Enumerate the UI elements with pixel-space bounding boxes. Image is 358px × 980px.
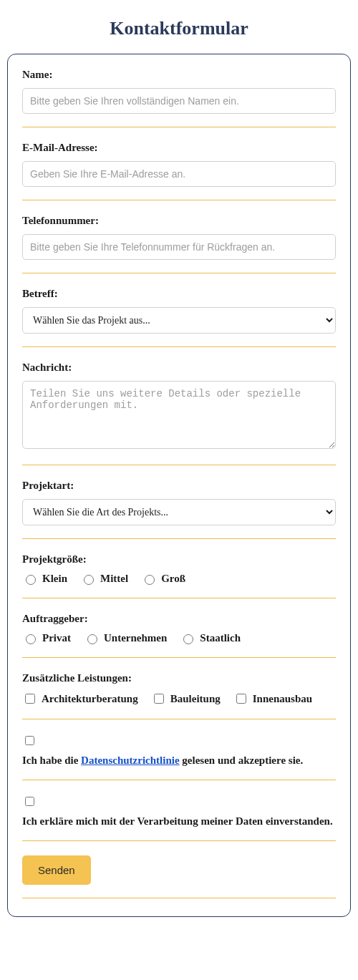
client-option-unternehmen[interactable]: Unternehmen <box>84 632 167 644</box>
service-beratung-text: Architekturberatung <box>42 693 138 705</box>
size-option-gross[interactable]: Groß <box>141 573 185 585</box>
client-unternehmen-text: Unternehmen <box>104 632 167 644</box>
client-staatlich-text: Staatlich <box>200 632 241 644</box>
consent-label: Ich erkläre mich mit der Verarbeitung me… <box>22 815 333 827</box>
client-option-staatlich[interactable]: Staatlich <box>180 632 241 644</box>
field-phone: Telefonnummer: <box>22 215 336 273</box>
services-label: Zusätzliche Leistungen: <box>22 672 336 684</box>
size-gross-text: Groß <box>161 573 185 585</box>
subject-label: Betreff: <box>22 288 336 300</box>
field-name: Name: <box>22 69 336 127</box>
service-option-bauleitung[interactable]: Bauleitung <box>151 692 221 706</box>
email-label: E-Mail-Adresse: <box>22 142 336 154</box>
radio-gross[interactable] <box>145 575 155 585</box>
size-klein-text: Klein <box>42 573 67 585</box>
consent-checkbox[interactable] <box>25 797 34 806</box>
size-option-klein[interactable]: Klein <box>22 573 67 585</box>
size-option-mittel[interactable]: Mittel <box>80 573 128 585</box>
message-textarea[interactable] <box>22 381 336 449</box>
project-type-select[interactable]: Wählen Sie die Art des Projekts... <box>22 499 336 525</box>
radio-mittel[interactable] <box>84 575 94 585</box>
field-consent: Ich erkläre mich mit der Verarbeitung me… <box>22 795 336 841</box>
field-services: Zusätzliche Leistungen: Architekturberat… <box>22 672 336 719</box>
privacy-label: Ich habe die Datenschutzrichtlinie geles… <box>22 755 303 766</box>
field-project-type: Projektart: Wählen Sie die Art des Proje… <box>22 480 336 539</box>
radio-unternehmen[interactable] <box>87 634 97 644</box>
checkbox-innenausbau[interactable] <box>236 694 246 704</box>
privacy-post: gelesen und akzeptiere sie. <box>180 755 304 766</box>
project-type-label: Projektart: <box>22 480 336 492</box>
checkbox-beratung[interactable] <box>25 694 35 704</box>
client-option-privat[interactable]: Privat <box>22 632 71 644</box>
privacy-checkbox[interactable] <box>25 736 34 745</box>
field-email: E-Mail-Adresse: <box>22 142 336 200</box>
client-privat-text: Privat <box>42 632 71 644</box>
name-label: Name: <box>22 69 336 81</box>
field-privacy: Ich habe die Datenschutzrichtlinie geles… <box>22 734 336 780</box>
field-project-size: Projektgröße: Klein Mittel Groß <box>22 553 336 598</box>
project-size-label: Projektgröße: <box>22 553 336 566</box>
field-message: Nachricht: <box>22 362 336 465</box>
field-client: Auftraggeber: Privat Unternehmen Staatli… <box>22 613 336 658</box>
phone-input[interactable] <box>22 234 336 260</box>
client-label: Auftraggeber: <box>22 613 336 625</box>
contact-form: Name: E-Mail-Adresse: Telefonnummer: Bet… <box>7 54 351 917</box>
checkbox-bauleitung[interactable] <box>154 694 164 704</box>
email-input[interactable] <box>22 161 336 187</box>
field-subject: Betreff: Wählen Sie das Projekt aus... <box>22 288 336 347</box>
name-input[interactable] <box>22 88 336 114</box>
submit-button[interactable]: Senden <box>22 855 91 885</box>
size-mittel-text: Mittel <box>100 573 128 585</box>
page-title: Kontaktformular <box>7 18 351 39</box>
radio-klein[interactable] <box>26 575 36 585</box>
message-label: Nachricht: <box>22 362 336 374</box>
privacy-link[interactable]: Datenschutzrichtlinie <box>81 755 179 766</box>
service-option-beratung[interactable]: Architekturberatung <box>22 692 138 706</box>
phone-label: Telefonnummer: <box>22 215 336 227</box>
submit-group: Senden <box>22 855 336 898</box>
subject-select[interactable]: Wählen Sie das Projekt aus... <box>22 307 336 334</box>
service-bauleitung-text: Bauleitung <box>170 693 221 705</box>
service-option-innenausbau[interactable]: Innenausbau <box>233 692 312 706</box>
privacy-pre: Ich habe die <box>22 755 81 766</box>
radio-privat[interactable] <box>26 634 36 644</box>
radio-staatlich[interactable] <box>183 634 193 644</box>
service-innenausbau-text: Innenausbau <box>253 693 312 705</box>
